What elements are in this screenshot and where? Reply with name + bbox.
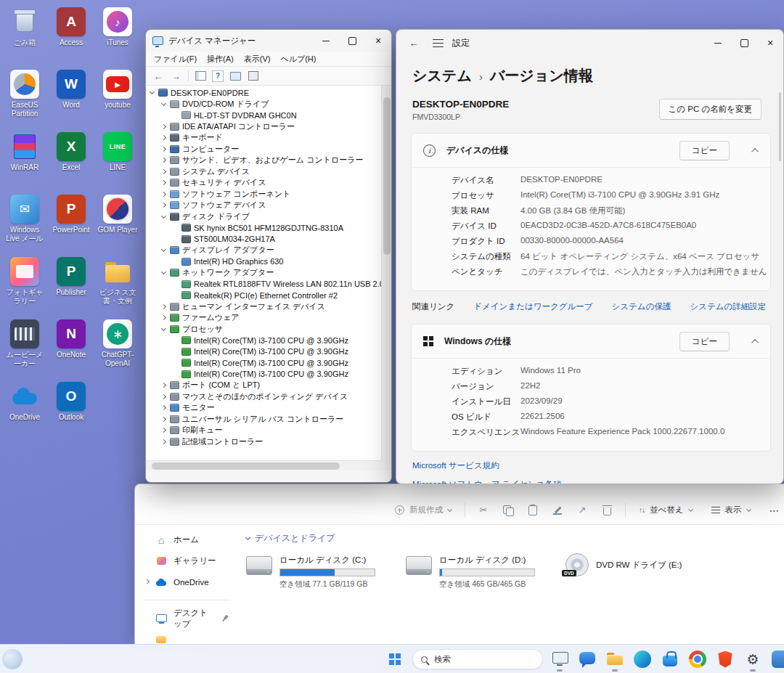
scan-icon[interactable] [229,70,242,83]
view-button[interactable]: 表示 [706,501,756,519]
tree-item[interactable]: ソフトウェア コンポーネント [146,189,381,200]
desktop-icon-gom-player[interactable]: GOM Player [96,195,139,234]
paste-icon[interactable] [522,501,544,520]
maximize-button[interactable] [731,30,757,56]
minimize-button[interactable] [705,30,731,56]
expander-icon[interactable] [161,180,166,185]
expander-icon[interactable] [161,428,166,433]
tree-item[interactable]: Intel(R) Core(TM) i3-7100 CPU @ 3.90GHz [146,335,381,346]
scrollbar-thumb[interactable] [383,97,391,255]
search-input[interactable]: 検索 [412,649,543,669]
tree-item[interactable]: DVD/CD-ROM ドライブ [146,99,381,110]
tree-item[interactable]: セキュリティ デバイス [146,177,381,189]
tree-item[interactable]: HL-DT-ST DVDRAM GHC0N [146,110,381,121]
expander-icon[interactable] [161,158,166,163]
tree-item[interactable]: Intel(R) HD Graphics 630 [146,256,381,268]
chevron-right-icon[interactable] [144,579,149,584]
tree-item[interactable]: DESKTOP-EN0PDRE [146,87,381,99]
explorer-icon[interactable] [601,646,629,672]
copy-button[interactable]: コピー [679,332,730,351]
minimize-button[interactable] [313,30,339,52]
footer-link[interactable]: Microsoft ソフトウェア ライセンス条項 [412,479,767,484]
expander-icon[interactable] [161,405,166,410]
rename-icon[interactable] [547,501,568,520]
tree-item[interactable]: ソフトウェア デバイス [146,200,381,211]
sidebar-item-partial[interactable] [139,629,234,644]
menu-item[interactable]: 操作(A) [202,52,239,66]
close-button[interactable]: × [757,30,783,56]
tree-item[interactable]: プロセッサ [146,324,381,335]
expander-icon[interactable] [150,89,155,94]
desktop-icon-easeus-partition[interactable]: EaseUS Partition Master [3,70,46,119]
drive-item[interactable]: DVD RW ドライブ (E:) [565,553,725,590]
tree-item[interactable]: コンピューター [146,144,381,155]
expander-icon[interactable] [161,213,166,219]
desktop-icon-onedrive[interactable]: OneDrive [3,382,46,422]
vertical-scrollbar[interactable] [381,86,391,460]
tree-item[interactable]: ネットワーク アダプター [146,267,381,279]
tree-item[interactable]: ユニバーサル シリアル バス コントローラー [146,414,381,425]
share-icon[interactable]: ↗ [571,501,593,520]
scrollbar-thumb[interactable] [779,92,781,161]
start-button[interactable] [383,648,407,670]
tree-item[interactable]: Realtek(R) PCI(e) Ethernet Controller #2 [146,290,381,301]
desktop-icon-access[interactable]: AAccess [49,7,93,47]
expander-icon[interactable] [161,394,166,399]
expander-icon[interactable] [161,147,166,152]
sidebar-item-home[interactable]: ⌂ホーム [139,529,234,550]
desktop-icon-outlook[interactable]: OOutlook [49,382,93,422]
tree-item[interactable]: サウンド、ビデオ、およびゲーム コントローラー [146,155,381,166]
hamburger-menu-icon[interactable] [433,39,444,47]
tree-item[interactable]: Intel(R) Core(TM) i3-7100 CPU @ 3.90GHz [146,346,381,358]
cut-icon[interactable]: ✂ [473,501,494,520]
console-tree-icon[interactable] [194,70,207,83]
more-options-button[interactable]: ⋯ [764,501,784,520]
settings-titlebar[interactable]: ← 設定 × [396,30,783,56]
sidebar-item-desktop[interactable]: デスクトップ [139,608,234,629]
tree-item[interactable]: Intel(R) Core(TM) i3-7100 CPU @ 3.90GHz [146,357,381,369]
expander-icon[interactable] [161,315,166,320]
tree-item[interactable]: ディスク ドライブ [146,211,381,223]
desktop-icon-onenote[interactable]: NOneNote [49,319,93,359]
desktop-icon-word[interactable]: WWord [49,70,93,110]
tree-item[interactable]: モニター [146,402,381,414]
tree-item[interactable]: ST500LM034-2GH17A [146,234,381,245]
sidebar-item-onedrive[interactable]: OneDrive [139,571,234,592]
chat-icon[interactable] [573,646,601,672]
desktop-icon-youtube[interactable]: ▶youtube [96,70,139,110]
help-icon[interactable]: ? [212,70,224,82]
chrome-icon[interactable] [684,646,711,672]
desktop-icon-photo-gallery[interactable]: フォトギャラリー [3,257,46,306]
properties-icon[interactable] [247,70,260,83]
device-spec-header[interactable]: i デバイスの仕様 コピー [412,134,770,167]
widgets-icon[interactable] [2,649,23,669]
tree-item[interactable]: SK hynix BC501 HFM128GDJTNG-8310A [146,222,381,234]
expander-icon[interactable] [161,326,166,331]
expander-icon[interactable] [161,192,166,197]
expander-icon[interactable] [161,304,166,309]
expander-icon[interactable] [161,247,166,252]
tree-item[interactable]: システム デバイス [146,166,381,178]
expander-icon[interactable] [161,135,166,140]
related-link[interactable]: ドメインまたはワークグループ [473,301,592,312]
tree-item[interactable]: ポート (COM と LPT) [146,380,381,391]
chevron-up-icon[interactable] [751,338,759,346]
store-icon[interactable] [656,646,684,672]
desktop-icon-winrar[interactable]: WinRAR [3,132,46,172]
tree-item[interactable]: ファームウェア [146,312,381,324]
menu-item[interactable]: ヘルプ(H) [275,52,321,66]
copy-icon[interactable] [497,501,519,520]
device-manager-icon[interactable] [546,646,573,672]
expander-icon[interactable] [161,101,166,106]
desktop-icon-movie-maker[interactable]: ムービーメーカー [3,319,46,368]
expander-icon[interactable] [161,439,166,444]
tree-item[interactable]: Intel(R) Core(TM) i3-7100 CPU @ 3.90GHz [146,369,381,380]
tree-item[interactable]: キーボード [146,132,381,144]
expander-icon[interactable] [161,203,166,208]
expander-icon[interactable] [161,124,166,129]
settings-icon[interactable]: ⚙ [739,646,767,672]
expander-icon[interactable] [161,269,166,274]
desktop-icon-itunes[interactable]: ♪iTunes [96,7,139,47]
copy-button[interactable]: コピー [679,141,730,160]
desktop-icon-business-docs[interactable]: ビジネス文書・文例 [96,257,139,306]
